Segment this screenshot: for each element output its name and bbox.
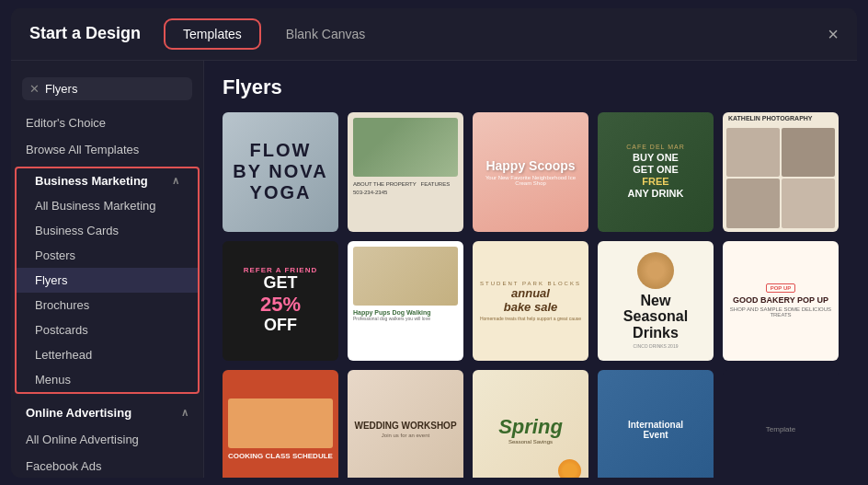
- photo-img-3: [726, 179, 780, 228]
- sidebar-item-flyers[interactable]: Flyers: [17, 268, 198, 293]
- start-a-design-modal: Start a Design Templates Blank Canvas × …: [11, 8, 857, 478]
- sidebar-item-posters[interactable]: Posters: [17, 243, 198, 268]
- photo-img-1: [726, 128, 780, 178]
- dogwalk-image: [353, 247, 458, 306]
- template-grid: FLOWBY NOVAYOGA ABOUT THE PROPERTY FEATU…: [223, 112, 839, 478]
- template-card-refer[interactable]: REFER A FRIEND GET 25% OFF: [223, 241, 338, 361]
- tab-templates[interactable]: Templates: [166, 21, 258, 47]
- online-advertising-section: Online Advertising ∧ All Online Advertis…: [11, 399, 203, 478]
- spring-flower: [558, 459, 581, 478]
- template-card-bakery[interactable]: POP UP GOOD BAKERY POP UP SHOP AND SAMPL…: [723, 241, 839, 361]
- sidebar-item-postcards[interactable]: Postcards: [17, 318, 198, 342]
- modal-body: ✕ ⌕ Editor's Choice Browse All Templates…: [11, 61, 857, 478]
- main-content: Flyers FLOWBY NOVAYOGA ABOUT THE PROPERT…: [204, 61, 857, 478]
- template-card-wedding[interactable]: WEDDING WORKSHOP Join us for an event: [348, 370, 463, 478]
- photo-img-4: [782, 179, 835, 228]
- chevron-up-icon: ∧: [172, 175, 179, 187]
- chevron-up-icon-2: ∧: [181, 407, 188, 419]
- template-card-dark[interactable]: Template: [723, 370, 839, 478]
- business-marketing-section: Business Marketing ∧ All Business Market…: [15, 167, 200, 394]
- seasonal-image: [637, 252, 674, 289]
- template-card-cafe[interactable]: CAFE DEL MAR BUY ONEGET ONEFREEANY DRINK: [598, 112, 714, 232]
- sidebar-item-all-online-advertising[interactable]: All Online Advertising: [11, 426, 203, 453]
- sidebar-item-letterhead[interactable]: Letterhead: [17, 342, 198, 367]
- template-card-dogwalk[interactable]: Happy Pups Dog Walking Professional dog …: [348, 241, 463, 361]
- sidebar-item-all-business-marketing[interactable]: All Business Marketing: [17, 193, 198, 218]
- modal-header: Start a Design Templates Blank Canvas ×: [11, 8, 857, 61]
- search-row[interactable]: ✕ ⌕: [22, 77, 192, 100]
- tab-blank-canvas[interactable]: Blank Canvas: [269, 21, 382, 47]
- sidebar-section-online-advertising[interactable]: Online Advertising ∧: [11, 399, 203, 426]
- sidebar: ✕ ⌕ Editor's Choice Browse All Templates…: [11, 61, 204, 478]
- sidebar-item-menus[interactable]: Menus: [17, 367, 198, 392]
- template-card-international[interactable]: InternationalEvent: [598, 370, 714, 478]
- clear-icon[interactable]: ✕: [29, 82, 40, 96]
- sidebar-item-editors-choice[interactable]: Editor's Choice: [11, 110, 203, 136]
- photo-img-2: [782, 128, 835, 178]
- sidebar-section-business-marketing[interactable]: Business Marketing ∧: [17, 168, 198, 193]
- sidebar-item-facebook-ads[interactable]: Facebook Ads: [11, 453, 203, 478]
- cooking-image: [228, 398, 333, 447]
- sidebar-item-business-cards[interactable]: Business Cards: [17, 218, 198, 243]
- property-image: [353, 118, 458, 178]
- template-card-spring[interactable]: Spring Seasonal Savings: [473, 370, 588, 478]
- search-input[interactable]: [45, 82, 200, 96]
- modal-title: Start a Design: [29, 24, 141, 43]
- template-card-seasonal[interactable]: NewSeasonalDrinks CINCO DRINKS 2019: [598, 241, 714, 361]
- template-card-bakesale[interactable]: STUDENT PARK BLOCKS annualbake sale Home…: [473, 241, 588, 361]
- template-card-cooking[interactable]: COOKING CLASS SCHEDULE: [223, 370, 338, 478]
- sidebar-item-brochures[interactable]: Brochures: [17, 293, 198, 318]
- template-card-yoga[interactable]: FLOWBY NOVAYOGA: [223, 112, 338, 232]
- template-card-icecream[interactable]: Happy Scoops Your New Favorite Neighborh…: [473, 112, 588, 232]
- template-card-property[interactable]: ABOUT THE PROPERTY FEATURES503-234-2345: [348, 112, 463, 232]
- close-button[interactable]: ×: [828, 25, 839, 43]
- sidebar-item-browse-all[interactable]: Browse All Templates: [11, 136, 203, 163]
- content-title: Flyers: [223, 75, 839, 99]
- template-card-photo[interactable]: KATHELIN PHOTOGRAPHY: [723, 112, 839, 232]
